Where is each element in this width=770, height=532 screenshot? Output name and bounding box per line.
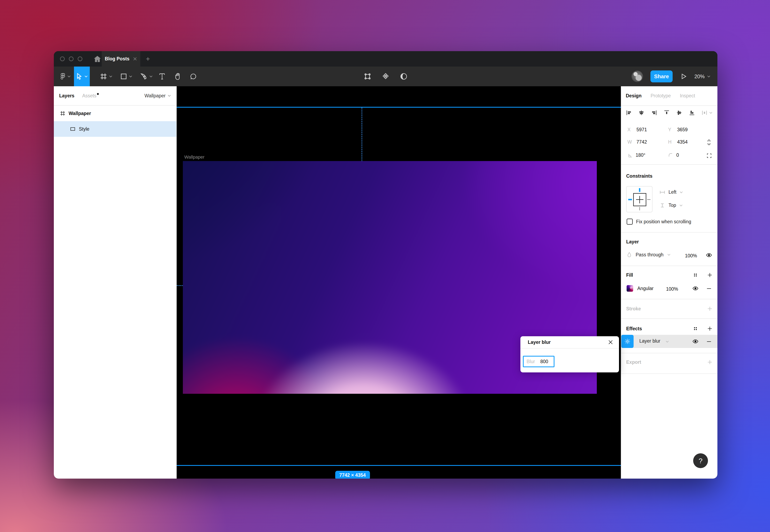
constraint-right[interactable] bbox=[647, 199, 650, 200]
fill-row[interactable]: Angular bbox=[627, 285, 654, 292]
frame-label[interactable]: Wallpaper bbox=[184, 154, 204, 160]
distribute-menu[interactable] bbox=[701, 110, 712, 116]
effect-settings-button[interactable] bbox=[621, 335, 634, 348]
eye-icon[interactable] bbox=[692, 286, 699, 291]
main-menu-button[interactable] bbox=[57, 67, 74, 86]
close-icon[interactable] bbox=[608, 340, 613, 345]
blend-mode-row[interactable]: Pass through bbox=[627, 252, 671, 258]
move-tool-button[interactable] bbox=[74, 67, 90, 86]
chevron-down-icon bbox=[129, 75, 132, 77]
pen-tool-button[interactable] bbox=[136, 67, 157, 86]
add-effect-icon[interactable] bbox=[707, 326, 712, 331]
home-icon[interactable] bbox=[92, 54, 102, 64]
avatar[interactable] bbox=[632, 71, 643, 82]
fill-opacity[interactable]: 100% bbox=[666, 286, 678, 292]
selection-edge-top bbox=[177, 107, 621, 108]
content: Layers Assets Wallpaper Wallpaper bbox=[54, 86, 717, 479]
chevron-down-icon bbox=[680, 191, 683, 193]
eye-icon[interactable] bbox=[692, 339, 699, 344]
x-field[interactable]: X 5971 bbox=[627, 127, 647, 132]
layer-row-wallpaper[interactable]: Wallpaper bbox=[54, 106, 176, 121]
vertical-constraint-select[interactable]: Top bbox=[659, 203, 683, 208]
constraint-left-active[interactable] bbox=[628, 199, 632, 200]
corner-radius-icon bbox=[668, 153, 673, 158]
shape-tool-button[interactable] bbox=[116, 67, 136, 86]
align-left-icon[interactable] bbox=[626, 110, 632, 116]
constraint-bottom[interactable] bbox=[639, 207, 640, 210]
styles-icon[interactable] bbox=[693, 272, 698, 278]
popup-header[interactable]: Layer blur bbox=[520, 336, 619, 349]
page-selector[interactable]: Wallpaper bbox=[144, 93, 171, 99]
zoom-menu[interactable]: 20% bbox=[694, 74, 710, 79]
remove-effect-icon[interactable] bbox=[706, 339, 712, 344]
fix-position-checkbox[interactable] bbox=[627, 219, 633, 225]
new-tab-button[interactable]: + bbox=[142, 51, 154, 67]
present-icon[interactable] bbox=[680, 73, 687, 80]
minimize-window-button[interactable] bbox=[69, 56, 74, 61]
share-button[interactable]: Share bbox=[650, 70, 673, 82]
horizontal-constraint-select[interactable]: Left bbox=[659, 189, 683, 195]
tab-design[interactable]: Design bbox=[626, 93, 642, 99]
add-stroke-icon[interactable] bbox=[707, 306, 712, 311]
fix-position-row[interactable]: Fix position when scrolling bbox=[627, 219, 691, 225]
chevron-down-icon bbox=[707, 75, 710, 77]
chevron-down-icon bbox=[709, 112, 712, 114]
width-field[interactable]: W 7742 bbox=[627, 139, 647, 145]
frame-icon bbox=[60, 111, 65, 116]
tab-inspect[interactable]: Inspect bbox=[680, 93, 695, 99]
remove-fill-icon[interactable] bbox=[706, 286, 712, 291]
chevron-down-icon bbox=[666, 341, 669, 343]
layer-blur-popup: Layer blur Blur 800 bbox=[520, 336, 619, 372]
traffic-lights bbox=[60, 51, 82, 67]
height-field[interactable]: H 4354 bbox=[668, 139, 688, 145]
blur-input-label: Blur bbox=[527, 359, 535, 364]
mask-icon[interactable] bbox=[400, 73, 407, 80]
constraints-widget[interactable] bbox=[626, 186, 652, 212]
horizontal-constraint-icon bbox=[659, 190, 665, 195]
effect-row-layer-blur[interactable]: Layer blur bbox=[621, 335, 717, 348]
page-selector-label: Wallpaper bbox=[144, 93, 166, 99]
hand-tool-button[interactable] bbox=[171, 67, 185, 86]
zoom-window-button[interactable] bbox=[78, 56, 82, 61]
corner-radius-field[interactable]: 0 bbox=[668, 152, 679, 158]
tab-blog-posts[interactable]: Blog Posts ✕ bbox=[102, 51, 140, 67]
rotation-field[interactable]: 180° bbox=[627, 152, 646, 158]
layer-name: Style bbox=[79, 126, 89, 132]
add-fill-icon[interactable] bbox=[707, 272, 712, 278]
edit-object-icon[interactable] bbox=[364, 73, 371, 80]
tab-assets[interactable]: Assets bbox=[82, 93, 96, 99]
divider bbox=[621, 318, 717, 319]
independent-corners-icon[interactable] bbox=[706, 153, 712, 159]
align-vertical-center-icon[interactable] bbox=[676, 110, 682, 116]
gradient-swatch[interactable] bbox=[627, 285, 633, 292]
inspector-tabs: Design Prototype Inspect bbox=[621, 86, 717, 106]
comment-icon bbox=[190, 73, 197, 80]
tab-title: Blog Posts bbox=[105, 56, 129, 62]
tab-prototype[interactable]: Prototype bbox=[651, 93, 671, 99]
tab-layers[interactable]: Layers bbox=[59, 93, 74, 99]
chevron-down-icon bbox=[109, 75, 112, 77]
eye-icon[interactable] bbox=[706, 253, 712, 258]
layer-opacity[interactable]: 100% bbox=[685, 253, 697, 259]
y-field[interactable]: Y 3659 bbox=[668, 127, 688, 132]
add-export-icon[interactable] bbox=[707, 359, 712, 365]
blur-input[interactable]: Blur 800 bbox=[523, 356, 554, 367]
align-bottom-icon[interactable] bbox=[689, 110, 695, 116]
constrain-proportions-icon[interactable] bbox=[706, 139, 712, 146]
frame-tool-button[interactable] bbox=[96, 67, 116, 86]
help-button[interactable]: ? bbox=[693, 453, 708, 468]
constraint-top-active[interactable] bbox=[639, 188, 640, 192]
close-window-button[interactable] bbox=[60, 56, 65, 61]
align-right-icon[interactable] bbox=[651, 110, 657, 116]
create-component-icon[interactable] bbox=[382, 73, 389, 80]
canvas[interactable]: Wallpaper 7742 × 4354 bbox=[177, 86, 621, 479]
comment-tool-button[interactable] bbox=[186, 67, 201, 86]
tab-close-icon[interactable]: ✕ bbox=[133, 56, 137, 62]
text-icon bbox=[159, 73, 165, 80]
align-top-icon[interactable] bbox=[664, 110, 670, 116]
layer-row-style[interactable]: Style bbox=[54, 121, 176, 137]
text-tool-button[interactable] bbox=[155, 67, 169, 86]
chevron-down-icon bbox=[168, 95, 171, 97]
align-horizontal-center-icon[interactable] bbox=[638, 110, 644, 116]
styles-icon[interactable] bbox=[693, 326, 698, 331]
